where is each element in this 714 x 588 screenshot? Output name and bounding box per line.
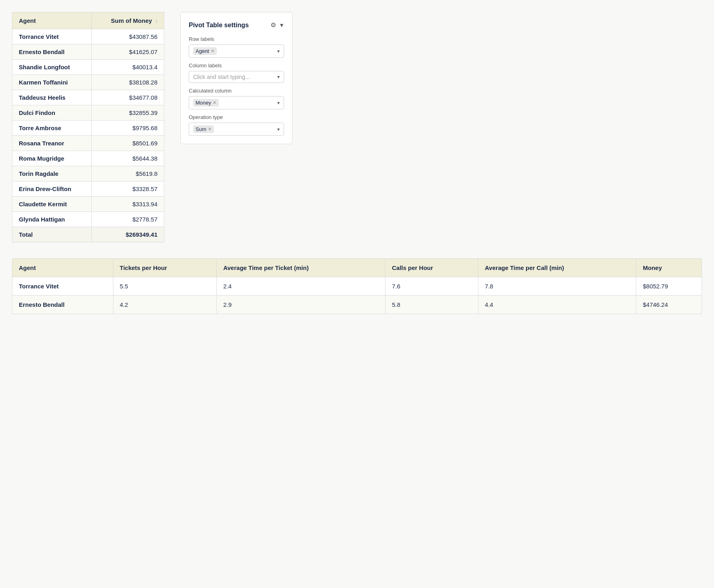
agent-cell: Roma Mugridge <box>12 151 92 166</box>
row-labels-select[interactable]: Agent ✕ ▾ <box>189 44 284 58</box>
calculated-column-tag: Money ✕ <box>193 99 219 107</box>
value-cell: $38108.28 <box>92 75 164 90</box>
agent-cell: Torin Ragdale <box>12 166 92 181</box>
value-cell: $3313.94 <box>92 197 164 212</box>
table-row: Claudette Kermit$3313.94 <box>12 197 164 212</box>
operation-type-chevron-icon: ▾ <box>277 127 280 132</box>
cell-tickets_per_hour: 5.5 <box>113 277 216 296</box>
cell-avg_time_ticket: 2.9 <box>217 296 385 314</box>
value-cell: $5619.8 <box>92 166 164 181</box>
calculated-column-label: Calculated column <box>189 88 284 94</box>
col-header-agent: Agent <box>12 259 113 277</box>
col-header-avg_time_call: Average Time per Call (min) <box>478 259 636 277</box>
operation-type-tag-remove[interactable]: ✕ <box>208 127 212 132</box>
table-row: Torin Ragdale$5619.8 <box>12 166 164 181</box>
cell-tickets_per_hour: 4.2 <box>113 296 216 314</box>
agent-cell: Rosana Treanor <box>12 136 92 151</box>
agent-cell: Shandie Longfoot <box>12 60 92 75</box>
table-row: Roma Mugridge$5644.38 <box>12 151 164 166</box>
column-labels-select[interactable]: Click and start typing... ▾ <box>189 71 284 83</box>
table-row: Karmen Toffanini$38108.28 <box>12 75 164 90</box>
cell-calls_per_hour: 7.6 <box>385 277 478 296</box>
cell-money: $8052.79 <box>636 277 702 296</box>
bottom-table: AgentTickets per HourAverage Time per Ti… <box>12 258 702 314</box>
table-row: Rosana Treanor$8501.69 <box>12 136 164 151</box>
table-row: Shandie Longfoot$40013.4 <box>12 60 164 75</box>
list-item: Torrance Vitet5.52.47.67.8$8052.79 <box>12 277 702 296</box>
agent-cell: Torre Ambrose <box>12 121 92 136</box>
calculated-column-tag-remove[interactable]: ✕ <box>213 100 216 105</box>
cell-calls_per_hour: 5.8 <box>385 296 478 314</box>
list-item: Ernesto Bendall4.22.95.84.4$4746.24 <box>12 296 702 314</box>
value-cell: $8501.69 <box>92 136 164 151</box>
table-row: Ernesto Bendall$41625.07 <box>12 44 164 60</box>
value-cell: $3328.57 <box>92 181 164 197</box>
value-cell: $34677.08 <box>92 90 164 105</box>
col-header-avg_time_ticket: Average Time per Ticket (min) <box>217 259 385 277</box>
total-value: $269349.41 <box>92 227 164 242</box>
chevron-down-icon-button[interactable]: ▾ <box>279 20 284 30</box>
table-row: Torre Ambrose$9795.68 <box>12 121 164 136</box>
settings-icons: ⚙ ▾ <box>270 20 284 30</box>
table-row: Erina Drew-Clifton$3328.57 <box>12 181 164 197</box>
pivot-table: Agent Sum of Money ↑ Torrance Vitet$4308… <box>12 12 164 242</box>
row-labels-label: Row labels <box>189 36 284 42</box>
value-cell: $43087.56 <box>92 29 164 44</box>
pivot-col-agent: Agent <box>12 12 92 29</box>
column-labels-label: Column labels <box>189 62 284 68</box>
col-header-money: Money <box>636 259 702 277</box>
calculated-column-chevron-icon: ▾ <box>277 100 280 106</box>
agent-cell: Erina Drew-Clifton <box>12 181 92 197</box>
value-cell: $5644.38 <box>92 151 164 166</box>
agent-cell: Karmen Toffanini <box>12 75 92 90</box>
row-labels-tag: Agent ✕ <box>193 47 217 55</box>
calculated-column-select[interactable]: Money ✕ ▾ <box>189 96 284 109</box>
agent-cell: Taddeusz Heelis <box>12 90 92 105</box>
table-row: Dulci Findon$32855.39 <box>12 105 164 121</box>
settings-title: Pivot Table settings <box>189 22 249 29</box>
row-labels-chevron-icon: ▾ <box>277 48 280 54</box>
value-cell: $32855.39 <box>92 105 164 121</box>
operation-type-select[interactable]: Sum ✕ ▾ <box>189 123 284 136</box>
cell-agent: Torrance Vitet <box>12 277 113 296</box>
column-labels-placeholder: Click and start typing... <box>193 74 250 80</box>
col-header-calls_per_hour: Calls per Hour <box>385 259 478 277</box>
value-cell: $9795.68 <box>92 121 164 136</box>
settings-header: Pivot Table settings ⚙ ▾ <box>189 20 284 30</box>
cell-avg_time_call: 7.8 <box>478 277 636 296</box>
total-row: Total$269349.41 <box>12 227 164 242</box>
sort-indicator: ↑ <box>155 19 158 24</box>
agent-cell: Ernesto Bendall <box>12 44 92 60</box>
pivot-col-sum[interactable]: Sum of Money ↑ <box>92 12 164 29</box>
table-row: Glynda Hattigan$2778.57 <box>12 212 164 227</box>
col-header-tickets_per_hour: Tickets per Hour <box>113 259 216 277</box>
total-label: Total <box>12 227 92 242</box>
agent-cell: Glynda Hattigan <box>12 212 92 227</box>
cell-agent: Ernesto Bendall <box>12 296 113 314</box>
gear-icon-button[interactable]: ⚙ <box>270 20 277 30</box>
table-row: Taddeusz Heelis$34677.08 <box>12 90 164 105</box>
row-labels-tag-remove[interactable]: ✕ <box>211 48 214 54</box>
cell-avg_time_ticket: 2.4 <box>217 277 385 296</box>
agent-cell: Claudette Kermit <box>12 197 92 212</box>
cell-avg_time_call: 4.4 <box>478 296 636 314</box>
cell-money: $4746.24 <box>636 296 702 314</box>
agent-cell: Dulci Findon <box>12 105 92 121</box>
value-cell: $40013.4 <box>92 60 164 75</box>
agent-cell: Torrance Vitet <box>12 29 92 44</box>
value-cell: $41625.07 <box>92 44 164 60</box>
pivot-settings-panel: Pivot Table settings ⚙ ▾ Row labels Agen… <box>180 12 292 144</box>
table-row: Torrance Vitet$43087.56 <box>12 29 164 44</box>
operation-type-tag: Sum ✕ <box>193 125 214 133</box>
value-cell: $2778.57 <box>92 212 164 227</box>
column-labels-chevron-icon: ▾ <box>277 74 280 80</box>
operation-type-label: Operation type <box>189 114 284 120</box>
